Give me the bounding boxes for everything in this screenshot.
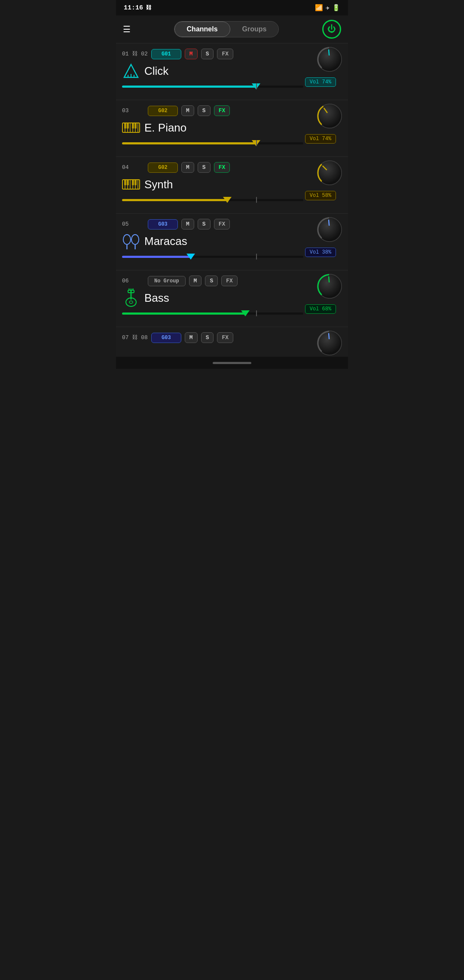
svg-point-21 xyxy=(317,161,342,185)
knob-area-05[interactable] xyxy=(317,217,342,242)
fx-btn-06[interactable]: FX xyxy=(221,276,238,286)
vol-badge-06: Vol 68% xyxy=(305,304,336,314)
fx-btn-05[interactable]: FX xyxy=(214,219,230,230)
solo-btn-06[interactable]: S xyxy=(205,276,218,286)
slider-midline-03 xyxy=(256,140,257,146)
svg-rect-17 xyxy=(124,123,126,129)
slider-row-01: Vol 74% xyxy=(122,83,342,90)
mute-btn-04[interactable]: M xyxy=(181,162,194,173)
vol-badge-03: Vol 74% xyxy=(305,134,336,144)
slider-row-06: Vol 68% xyxy=(122,309,342,317)
slider-thumb-05[interactable] xyxy=(186,254,195,260)
solo-btn-05[interactable]: S xyxy=(198,219,211,230)
ch-number-04: 04 xyxy=(122,164,144,171)
slider-midline-01 xyxy=(256,83,257,89)
svg-point-22 xyxy=(317,161,342,185)
svg-point-43 xyxy=(317,274,342,298)
group-btn-07[interactable]: G03 xyxy=(151,333,181,343)
svg-rect-47 xyxy=(130,290,132,300)
svg-rect-32 xyxy=(127,180,129,185)
mute-btn-03[interactable]: M xyxy=(181,105,194,116)
knob-area-04[interactable] xyxy=(317,160,342,185)
group-btn-05[interactable]: G03 xyxy=(148,219,178,230)
channel-top-04: 04 G02 M S FX xyxy=(122,162,342,173)
channel-name-04: Synth xyxy=(144,178,173,191)
fx-btn-03[interactable]: FX xyxy=(214,105,230,116)
channel-icon-04 xyxy=(122,175,140,193)
slider-thumb-06[interactable] xyxy=(241,310,250,316)
status-bar: 11:16 ⛓ 📶 ✈ 🔋 xyxy=(116,0,348,15)
slider-bg-06 xyxy=(122,312,303,315)
channel-icon-01 xyxy=(122,62,140,80)
solo-btn-07[interactable]: S xyxy=(201,332,214,343)
header: ☰ Channels Groups ⏻ xyxy=(116,15,348,43)
channel-row-07: 07 ⛓ 08 G03 M S FX xyxy=(116,327,348,357)
slider-track-01[interactable] xyxy=(122,83,303,90)
tab-groups[interactable]: Groups xyxy=(230,21,279,37)
group-btn-06[interactable]: No Group xyxy=(148,276,186,286)
menu-button[interactable]: ☰ xyxy=(123,24,131,35)
slider-fill-03 xyxy=(122,142,256,144)
svg-point-42 xyxy=(317,274,342,298)
svg-point-38 xyxy=(123,235,131,245)
slider-fill-04 xyxy=(122,199,227,201)
slider-row-05: Vol 38% xyxy=(122,253,342,260)
slider-track-05[interactable] xyxy=(122,253,303,260)
svg-point-40 xyxy=(131,235,139,245)
ch-number-07: 07 ⛓ 08 xyxy=(122,334,148,341)
svg-line-2 xyxy=(329,50,329,55)
mute-btn-07[interactable]: M xyxy=(185,332,198,343)
svg-rect-34 xyxy=(134,180,137,185)
knob-area-06[interactable] xyxy=(317,274,342,299)
fx-btn-01[interactable]: FX xyxy=(217,49,233,59)
slider-track-03[interactable] xyxy=(122,139,303,147)
wifi-icon: 📶 xyxy=(315,4,323,12)
channel-name-03: E. Piano xyxy=(144,121,186,135)
solo-btn-03[interactable]: S xyxy=(198,105,211,116)
knob-area-03[interactable] xyxy=(317,104,342,129)
power-icon: ⏻ xyxy=(327,24,336,34)
svg-point-54 xyxy=(317,331,342,355)
channel-row-06: 06 No Group M S FX xyxy=(116,270,348,327)
power-button[interactable]: ⏻ xyxy=(322,20,341,39)
channel-name-05: Maracas xyxy=(144,235,187,248)
slider-thumb-04[interactable] xyxy=(223,197,232,203)
svg-point-0 xyxy=(317,47,342,71)
svg-line-44 xyxy=(329,277,329,282)
slider-bg-05 xyxy=(122,256,303,258)
svg-rect-19 xyxy=(132,123,134,129)
mute-btn-01[interactable]: M xyxy=(185,49,198,59)
fx-btn-07[interactable]: FX xyxy=(217,332,233,343)
fx-btn-04[interactable]: FX xyxy=(214,162,230,173)
group-btn-01[interactable]: G01 xyxy=(151,49,181,59)
slider-row-04: Vol 58% xyxy=(122,196,342,204)
mute-btn-06[interactable]: M xyxy=(189,276,202,286)
mute-btn-05[interactable]: M xyxy=(181,219,194,230)
channel-icon-05 xyxy=(122,232,140,250)
vol-badge-04: Vol 58% xyxy=(305,191,336,200)
slider-track-04[interactable] xyxy=(122,196,303,204)
knob-svg xyxy=(315,102,344,130)
slider-fill-01 xyxy=(122,86,256,88)
tab-channels[interactable]: Channels xyxy=(174,21,230,37)
channel-name-06: Bass xyxy=(144,291,169,305)
solo-btn-01[interactable]: S xyxy=(201,49,214,59)
group-btn-04[interactable]: G02 xyxy=(148,162,178,173)
svg-point-7 xyxy=(317,104,342,128)
knob-area-07[interactable] xyxy=(317,331,342,355)
battery-icon: 🔋 xyxy=(332,4,340,12)
svg-point-46 xyxy=(129,301,133,303)
channel-top-03: 03 G02 M S FX xyxy=(122,105,342,116)
slider-track-06[interactable] xyxy=(122,309,303,317)
knob-svg xyxy=(315,329,344,357)
svg-line-23 xyxy=(323,166,326,169)
knob-area-01[interactable] xyxy=(317,47,342,72)
knob-svg xyxy=(315,215,344,244)
channel-row-04: 04 G02 M S FX xyxy=(116,156,348,213)
slider-fill-05 xyxy=(122,256,191,258)
channel-row-03: 03 G02 M S FX xyxy=(116,100,348,156)
group-btn-03[interactable]: G02 xyxy=(148,106,178,116)
solo-btn-04[interactable]: S xyxy=(198,162,211,173)
slider-midline-06 xyxy=(256,310,257,316)
slider-midline-05 xyxy=(256,254,257,260)
